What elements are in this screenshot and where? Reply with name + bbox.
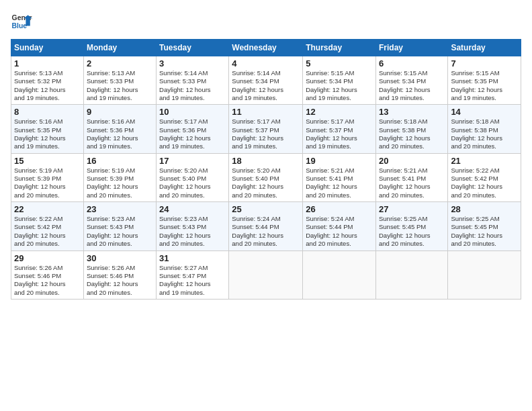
- calendar-cell: 14Sunrise: 5:18 AMSunset: 5:38 PMDayligh…: [448, 105, 521, 153]
- calendar-cell: 8Sunrise: 5:16 AMSunset: 5:35 PMDaylight…: [11, 105, 84, 153]
- day-info: Sunrise: 5:22 AMSunset: 5:42 PMDaylight:…: [451, 167, 518, 199]
- day-number: 11: [232, 107, 300, 117]
- logo-icon: General Blue: [11, 11, 32, 32]
- day-number: 18: [232, 156, 300, 166]
- day-number: 17: [159, 156, 226, 166]
- day-info: Sunrise: 5:18 AMSunset: 5:38 PMDaylight:…: [451, 118, 518, 150]
- day-info: Sunrise: 5:17 AMSunset: 5:36 PMDaylight:…: [159, 118, 226, 150]
- day-info: Sunrise: 5:15 AMSunset: 5:34 PMDaylight:…: [306, 69, 373, 102]
- day-number: 10: [159, 107, 226, 117]
- day-info: Sunrise: 5:23 AMSunset: 5:43 PMDaylight:…: [87, 215, 153, 248]
- calendar-cell: [303, 250, 376, 299]
- calendar-cell: 25Sunrise: 5:24 AMSunset: 5:44 PMDayligh…: [229, 202, 303, 250]
- day-info: Sunrise: 5:15 AMSunset: 5:34 PMDaylight:…: [379, 69, 445, 102]
- day-info: Sunrise: 5:14 AMSunset: 5:34 PMDaylight:…: [232, 69, 300, 102]
- calendar-cell: 13Sunrise: 5:18 AMSunset: 5:38 PMDayligh…: [375, 105, 447, 153]
- day-info: Sunrise: 5:16 AMSunset: 5:36 PMDaylight:…: [87, 118, 153, 150]
- day-info: Sunrise: 5:25 AMSunset: 5:45 PMDaylight:…: [379, 215, 445, 248]
- weekday-header-friday: Friday: [375, 40, 447, 56]
- calendar-cell: 12Sunrise: 5:17 AMSunset: 5:37 PMDayligh…: [303, 105, 376, 153]
- day-info: Sunrise: 5:20 AMSunset: 5:40 PMDaylight:…: [159, 167, 226, 199]
- day-info: Sunrise: 5:26 AMSunset: 5:46 PMDaylight:…: [87, 264, 153, 297]
- day-number: 20: [379, 156, 445, 166]
- day-number: 7: [451, 58, 518, 68]
- day-info: Sunrise: 5:13 AMSunset: 5:32 PMDaylight:…: [14, 69, 81, 102]
- day-number: 24: [159, 204, 226, 214]
- calendar-cell: 15Sunrise: 5:19 AMSunset: 5:39 PMDayligh…: [11, 153, 84, 201]
- day-number: 23: [87, 204, 153, 214]
- day-number: 22: [14, 204, 81, 214]
- weekday-header-tuesday: Tuesday: [157, 40, 229, 56]
- calendar-cell: 20Sunrise: 5:21 AMSunset: 5:41 PMDayligh…: [375, 153, 447, 201]
- calendar-cell: 23Sunrise: 5:23 AMSunset: 5:43 PMDayligh…: [83, 202, 156, 250]
- day-info: Sunrise: 5:25 AMSunset: 5:45 PMDaylight:…: [451, 215, 518, 248]
- weekday-header-wednesday: Wednesday: [229, 40, 303, 56]
- weekday-header-saturday: Saturday: [448, 40, 521, 56]
- day-number: 2: [87, 58, 153, 68]
- day-info: Sunrise: 5:17 AMSunset: 5:37 PMDaylight:…: [306, 118, 373, 150]
- calendar-cell: 22Sunrise: 5:22 AMSunset: 5:42 PMDayligh…: [11, 202, 84, 250]
- day-info: Sunrise: 5:19 AMSunset: 5:39 PMDaylight:…: [14, 167, 81, 199]
- calendar-cell: 6Sunrise: 5:15 AMSunset: 5:34 PMDaylight…: [375, 56, 447, 105]
- day-info: Sunrise: 5:23 AMSunset: 5:43 PMDaylight:…: [159, 215, 226, 248]
- calendar-cell: 7Sunrise: 5:15 AMSunset: 5:35 PMDaylight…: [448, 56, 521, 105]
- day-number: 3: [159, 58, 226, 68]
- day-info: Sunrise: 5:15 AMSunset: 5:35 PMDaylight:…: [451, 69, 518, 102]
- calendar-cell: [229, 250, 303, 299]
- day-number: 13: [379, 107, 445, 117]
- day-info: Sunrise: 5:22 AMSunset: 5:42 PMDaylight:…: [14, 215, 81, 248]
- day-number: 12: [306, 107, 373, 117]
- day-number: 15: [14, 156, 81, 166]
- day-info: Sunrise: 5:24 AMSunset: 5:44 PMDaylight:…: [232, 215, 300, 248]
- day-number: 29: [14, 253, 81, 263]
- calendar-cell: [448, 250, 521, 299]
- day-number: 6: [379, 58, 445, 68]
- day-number: 16: [87, 156, 153, 166]
- calendar-cell: 10Sunrise: 5:17 AMSunset: 5:36 PMDayligh…: [157, 105, 229, 153]
- day-info: Sunrise: 5:13 AMSunset: 5:33 PMDaylight:…: [87, 69, 153, 102]
- calendar-cell: 24Sunrise: 5:23 AMSunset: 5:43 PMDayligh…: [157, 202, 229, 250]
- day-number: 14: [451, 107, 518, 117]
- day-info: Sunrise: 5:21 AMSunset: 5:41 PMDaylight:…: [306, 167, 373, 199]
- day-number: 9: [87, 107, 153, 117]
- calendar-cell: 21Sunrise: 5:22 AMSunset: 5:42 PMDayligh…: [448, 153, 521, 201]
- calendar-cell: 11Sunrise: 5:17 AMSunset: 5:37 PMDayligh…: [229, 105, 303, 153]
- calendar-cell: 26Sunrise: 5:24 AMSunset: 5:44 PMDayligh…: [303, 202, 376, 250]
- calendar-cell: 4Sunrise: 5:14 AMSunset: 5:34 PMDaylight…: [229, 56, 303, 105]
- day-number: 27: [379, 204, 445, 214]
- day-info: Sunrise: 5:21 AMSunset: 5:41 PMDaylight:…: [379, 167, 445, 199]
- calendar-cell: 27Sunrise: 5:25 AMSunset: 5:45 PMDayligh…: [375, 202, 447, 250]
- day-number: 28: [451, 204, 518, 214]
- day-info: Sunrise: 5:27 AMSunset: 5:47 PMDaylight:…: [159, 264, 226, 297]
- day-info: Sunrise: 5:18 AMSunset: 5:38 PMDaylight:…: [379, 118, 445, 150]
- calendar-cell: 18Sunrise: 5:20 AMSunset: 5:40 PMDayligh…: [229, 153, 303, 201]
- calendar-cell: 2Sunrise: 5:13 AMSunset: 5:33 PMDaylight…: [83, 56, 156, 105]
- weekday-header-thursday: Thursday: [303, 40, 376, 56]
- calendar-cell: 9Sunrise: 5:16 AMSunset: 5:36 PMDaylight…: [83, 105, 156, 153]
- day-number: 19: [306, 156, 373, 166]
- calendar-cell: 5Sunrise: 5:15 AMSunset: 5:34 PMDaylight…: [303, 56, 376, 105]
- logo: General Blue: [11, 11, 32, 32]
- day-info: Sunrise: 5:19 AMSunset: 5:39 PMDaylight:…: [87, 167, 153, 199]
- calendar-cell: 1Sunrise: 5:13 AMSunset: 5:32 PMDaylight…: [11, 56, 84, 105]
- day-info: Sunrise: 5:20 AMSunset: 5:40 PMDaylight:…: [232, 167, 300, 199]
- day-info: Sunrise: 5:17 AMSunset: 5:37 PMDaylight:…: [232, 118, 300, 150]
- calendar-cell: 16Sunrise: 5:19 AMSunset: 5:39 PMDayligh…: [83, 153, 156, 201]
- calendar-cell: 31Sunrise: 5:27 AMSunset: 5:47 PMDayligh…: [157, 250, 229, 299]
- calendar-cell: 17Sunrise: 5:20 AMSunset: 5:40 PMDayligh…: [157, 153, 229, 201]
- svg-text:Blue: Blue: [12, 22, 28, 30]
- day-number: 25: [232, 204, 300, 214]
- weekday-header-sunday: Sunday: [11, 40, 84, 56]
- day-number: 26: [306, 204, 373, 214]
- day-number: 30: [87, 253, 153, 263]
- day-number: 31: [159, 253, 226, 263]
- calendar-cell: 30Sunrise: 5:26 AMSunset: 5:46 PMDayligh…: [83, 250, 156, 299]
- day-info: Sunrise: 5:24 AMSunset: 5:44 PMDaylight:…: [306, 215, 373, 248]
- calendar-cell: 28Sunrise: 5:25 AMSunset: 5:45 PMDayligh…: [448, 202, 521, 250]
- calendar-cell: [375, 250, 447, 299]
- day-number: 4: [232, 58, 300, 68]
- day-info: Sunrise: 5:14 AMSunset: 5:33 PMDaylight:…: [159, 69, 226, 102]
- calendar-cell: 19Sunrise: 5:21 AMSunset: 5:41 PMDayligh…: [303, 153, 376, 201]
- page-container: General Blue SundayMondayTuesdayWednesda…: [0, 0, 532, 306]
- day-number: 21: [451, 156, 518, 166]
